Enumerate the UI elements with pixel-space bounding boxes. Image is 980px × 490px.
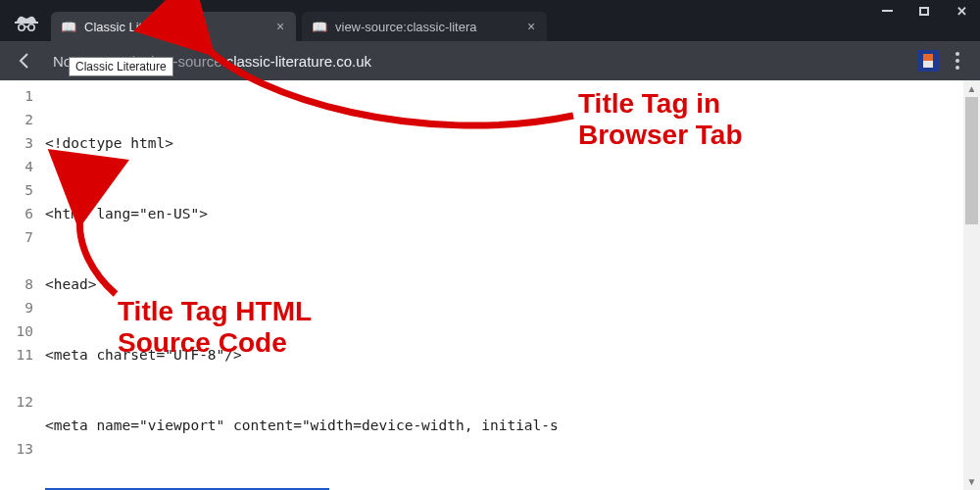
svg-point-2 (28, 24, 34, 30)
book-icon: 📖 (61, 19, 76, 34)
vertical-scrollbar[interactable]: ▲ ▼ (963, 80, 980, 490)
window-maximize-button[interactable] (906, 0, 943, 22)
url-host: classic-literature.co.uk (226, 53, 371, 70)
tab-view-source[interactable]: 📖 view-source:classic-litera × (302, 12, 547, 41)
line-number-gutter: 123456 78910 1112131415 (0, 84, 39, 490)
incognito-icon (14, 14, 39, 31)
book-icon: 📖 (312, 19, 327, 34)
source-code[interactable]: <!doctype html> <html lang="en-US"> <hea… (45, 84, 974, 490)
back-button[interactable] (10, 46, 39, 75)
svg-point-1 (19, 24, 24, 30)
window-minimize-button[interactable] (868, 0, 906, 22)
tab-classic-literature[interactable]: 📖 Classic Literature × (51, 12, 296, 41)
page-source-viewer: 123456 78910 1112131415 <!doctype html> … (0, 80, 980, 490)
tab-close-icon[interactable]: × (272, 19, 288, 34)
svg-rect-0 (15, 22, 38, 24)
tab-tooltip: Classic Literature (69, 57, 173, 76)
scroll-thumb[interactable] (965, 97, 978, 224)
window-controls (868, 0, 980, 22)
tab-label: Classic Literature (84, 20, 182, 34)
window-close-button[interactable] (943, 0, 980, 22)
scroll-down-button[interactable]: ▼ (963, 473, 980, 490)
tab-label: view-source:classic-litera (335, 20, 476, 34)
tab-strip: 📖 Classic Literature × 📖 view-source:cla… (0, 8, 980, 41)
scroll-up-button[interactable]: ▲ (963, 80, 980, 97)
tab-close-icon[interactable]: × (523, 19, 539, 34)
browser-menu-button[interactable] (945, 52, 970, 70)
lighthouse-extension-icon[interactable] (917, 50, 939, 72)
